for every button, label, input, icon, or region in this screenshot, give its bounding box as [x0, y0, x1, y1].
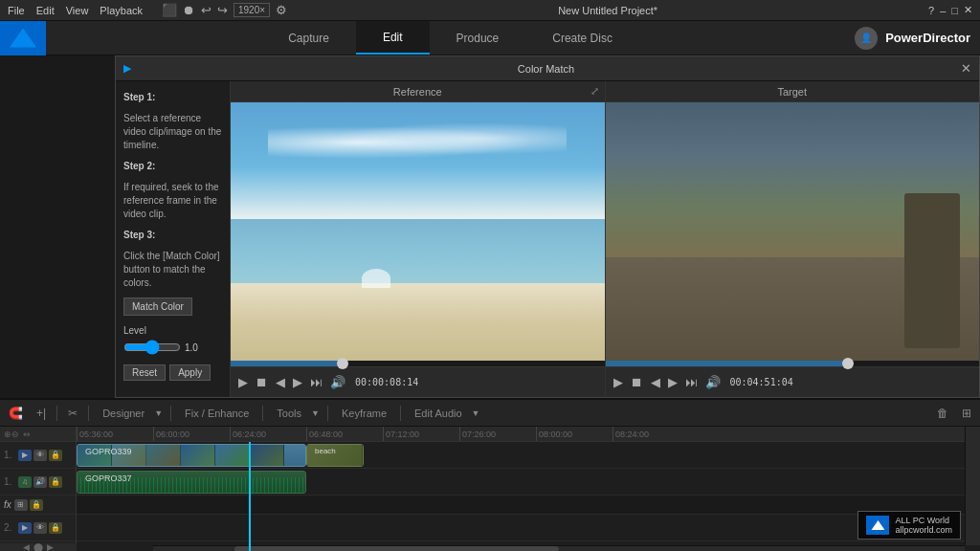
- tab-create-disc[interactable]: Create Disc: [525, 21, 639, 55]
- level-slider[interactable]: [123, 340, 181, 355]
- track-icons-video2: ▶ 👁 🔒: [18, 522, 62, 534]
- fx-lock-icon[interactable]: 🔒: [30, 499, 43, 511]
- menu-view[interactable]: View: [66, 5, 89, 16]
- toolbar-icon-record[interactable]: ⏺: [183, 3, 195, 17]
- reference-progress-fill: [231, 361, 343, 366]
- ref-play-button[interactable]: ▶: [236, 375, 250, 389]
- tl-grid-button[interactable]: ⊞: [959, 407, 974, 420]
- tl-delete-button[interactable]: 🗑: [934, 407, 951, 420]
- tl-separator-2: [88, 406, 89, 421]
- target-progress-thumb[interactable]: [842, 358, 854, 369]
- clips-ruler: 05:36:00 06:00:00 06:24:00 06:48:00 07:1…: [77, 427, 980, 442]
- tl-cut-button[interactable]: ✂: [65, 407, 80, 420]
- toolbar-resolution-selector[interactable]: 1920×: [234, 3, 270, 17]
- fx-row-label: fx ⊞ 🔒: [0, 496, 76, 515]
- tl-designer-dropdown[interactable]: ▼: [154, 408, 163, 418]
- horizontal-scrollbar[interactable]: [153, 545, 965, 551]
- reference-progress-thumb[interactable]: [337, 358, 348, 369]
- tl-keyframe-label[interactable]: Keyframe: [336, 406, 392, 421]
- maximize-button[interactable]: □: [951, 5, 958, 16]
- target-video: [606, 102, 980, 361]
- close-button[interactable]: ✕: [964, 4, 972, 16]
- fit-button[interactable]: ⇔: [23, 430, 31, 439]
- ruler-mark-0: 05:36:00: [77, 427, 153, 441]
- scrollbar-thumb[interactable]: [234, 546, 559, 551]
- menu-file[interactable]: File: [8, 5, 25, 16]
- zoom-indicator: ⊕⊖: [0, 430, 19, 439]
- track-lock-icon-2[interactable]: 🔒: [49, 522, 62, 534]
- ruler-mark-7: 08:24:00: [612, 427, 689, 441]
- menu-edit[interactable]: Edit: [36, 5, 55, 16]
- track-lock-audio-1[interactable]: 🔒: [49, 476, 62, 488]
- nav-right: 👤 PowerDirector: [855, 27, 980, 50]
- ref-volume-button[interactable]: 🔊: [328, 375, 347, 389]
- target-volume-button[interactable]: 🔊: [703, 375, 723, 389]
- tl-tools-dropdown[interactable]: ▼: [311, 408, 320, 418]
- target-progress-bar[interactable]: [606, 361, 980, 366]
- ref-next-frame-button[interactable]: ▶: [291, 375, 304, 389]
- video-clip-1[interactable]: GOPRO339: [77, 444, 306, 467]
- tl-audio-dropdown[interactable]: ▼: [472, 408, 480, 418]
- ref-prev-frame-button[interactable]: ◀: [274, 375, 287, 389]
- menu-playback[interactable]: Playback: [100, 5, 143, 16]
- fx-label: fx: [4, 499, 11, 510]
- target-next-frame-button[interactable]: ▶: [666, 375, 679, 389]
- target-fast-forward-button[interactable]: ⏭: [683, 375, 700, 389]
- track-label-video2: 2. ▶ 👁 🔒: [0, 515, 76, 541]
- labels-ruler: ⊕⊖ ⇔: [0, 427, 76, 442]
- track-visibility-icon-2[interactable]: 👁: [33, 522, 47, 534]
- tab-produce[interactable]: Produce: [430, 21, 526, 55]
- toolbar-icon-redo[interactable]: ↪: [217, 3, 228, 17]
- tl-designer-group: Designer ▼: [97, 406, 163, 421]
- target-prev-frame-button[interactable]: ◀: [649, 375, 662, 389]
- scroll-center[interactable]: ⬤: [33, 542, 43, 551]
- toolbar-settings-icon[interactable]: ⚙: [276, 3, 287, 17]
- ref-stop-button[interactable]: ⏹: [254, 375, 270, 389]
- track-audio-icon-1[interactable]: ♫: [18, 476, 32, 488]
- reset-button[interactable]: Reset: [123, 364, 166, 381]
- apply-button[interactable]: Apply: [169, 364, 211, 381]
- toolbar-icon-undo[interactable]: ↩: [201, 3, 212, 17]
- tl-magnet-button[interactable]: 🧲: [6, 407, 26, 420]
- scroll-left[interactable]: ◀: [23, 542, 30, 551]
- target-play-button[interactable]: ▶: [612, 375, 625, 389]
- bottom-controls: ◀ ⬤ ▶: [0, 543, 77, 551]
- vertical-scrollbar[interactable]: [965, 427, 980, 545]
- track-num-2: 2.: [4, 522, 15, 533]
- expand-reference-icon[interactable]: ⤢: [590, 85, 599, 98]
- track-visibility-icon-1[interactable]: 👁: [33, 450, 47, 461]
- toolbar-icon-capture[interactable]: ⬛: [162, 3, 177, 17]
- help-button[interactable]: ?: [928, 5, 934, 16]
- target-stop-button[interactable]: ⏹: [629, 375, 645, 389]
- reference-progress-bar[interactable]: [231, 361, 605, 366]
- user-avatar[interactable]: 👤: [855, 27, 878, 50]
- track-mute-icon-1[interactable]: 🔊: [33, 476, 47, 488]
- fx-icon-1[interactable]: ⊞: [14, 499, 28, 511]
- ruler-mark-1: 06:00:00: [153, 427, 230, 441]
- scroll-right[interactable]: ▶: [47, 542, 54, 551]
- track-lock-icon-1[interactable]: 🔒: [49, 450, 62, 461]
- match-color-button[interactable]: Match Color: [123, 298, 192, 316]
- tl-add-button[interactable]: +|: [33, 407, 49, 420]
- level-slider-row: 1.0: [123, 340, 222, 355]
- tl-tools-label[interactable]: Tools: [271, 406, 307, 421]
- target-time-display: 00:04:51:04: [730, 377, 793, 387]
- tl-edit-audio-label[interactable]: Edit Audio: [409, 406, 468, 421]
- track-video-icon-1[interactable]: ▶: [18, 450, 32, 461]
- dialog-close-button[interactable]: ✕: [961, 61, 971, 76]
- tl-designer-label[interactable]: Designer: [97, 406, 150, 421]
- brand-name: PowerDirector: [885, 31, 970, 45]
- track-num-1a: 1.: [4, 476, 15, 487]
- tab-capture[interactable]: Capture: [261, 21, 356, 55]
- app-title: New Untitled Project*: [299, 5, 917, 16]
- tl-separator-6: [400, 406, 401, 421]
- ref-fast-forward-button[interactable]: ⏭: [308, 375, 324, 389]
- menu-bar: File Edit View Playback ⬛ ⏺ ↩ ↪ 1920× ⚙ …: [0, 0, 980, 21]
- tab-edit[interactable]: Edit: [356, 21, 430, 55]
- target-controls: ▶ ⏹ ◀ ▶ ⏭ 🔊 00:04:51:04: [606, 366, 980, 397]
- tl-fix-label[interactable]: Fix / Enhance: [179, 406, 255, 421]
- minimize-button[interactable]: –: [940, 5, 946, 16]
- video-clip-2[interactable]: beach: [306, 444, 364, 467]
- track-video-icon-2[interactable]: ▶: [18, 522, 32, 534]
- audio-clip-1[interactable]: GOPRO337: [77, 471, 306, 494]
